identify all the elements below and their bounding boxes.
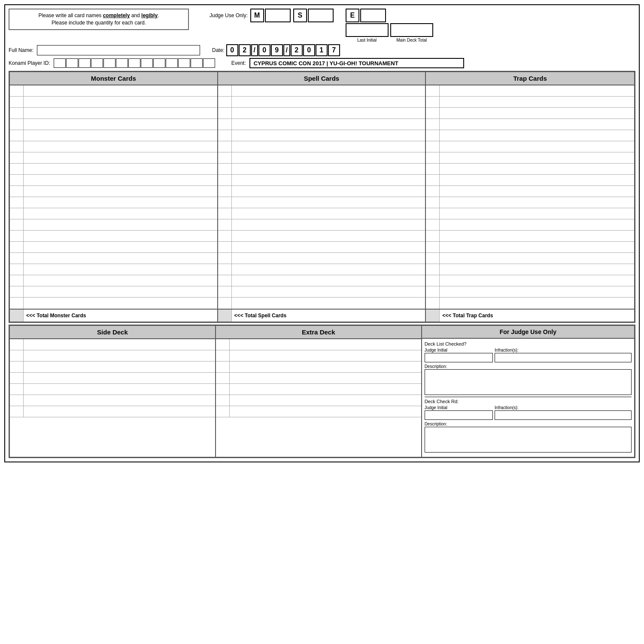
- trap-qty-18[interactable]: [426, 275, 440, 286]
- spell-name-18[interactable]: [232, 275, 425, 286]
- side-name-7[interactable]: [24, 406, 215, 417]
- monster-name-10[interactable]: [24, 186, 217, 197]
- trap-name-9[interactable]: [440, 175, 634, 185]
- monster-name-1[interactable]: [24, 85, 217, 96]
- spell-qty-9[interactable]: [218, 175, 232, 185]
- spell-qty-12[interactable]: [218, 208, 232, 219]
- extra-qty-3[interactable]: [216, 361, 230, 372]
- konami-cell-7[interactable]: [128, 58, 140, 68]
- trap-qty-17[interactable]: [426, 264, 440, 275]
- trap-qty-12[interactable]: [426, 208, 440, 219]
- monster-qty-4[interactable]: [10, 119, 24, 130]
- spell-qty-4[interactable]: [218, 119, 232, 130]
- monster-name-3[interactable]: [24, 108, 217, 118]
- monster-qty-3[interactable]: [10, 108, 24, 118]
- monster-name-20[interactable]: [24, 298, 217, 309]
- spell-name-5[interactable]: [232, 130, 425, 141]
- side-qty-6[interactable]: [10, 395, 24, 406]
- infractions-field-1[interactable]: [495, 353, 632, 362]
- spell-name-10[interactable]: [232, 186, 425, 197]
- monster-qty-20[interactable]: [10, 298, 24, 309]
- spell-qty-15[interactable]: [218, 242, 232, 252]
- trap-name-17[interactable]: [440, 264, 634, 275]
- spell-name-17[interactable]: [232, 264, 425, 275]
- monster-qty-9[interactable]: [10, 175, 24, 185]
- spell-qty-20[interactable]: [218, 298, 232, 309]
- monster-name-6[interactable]: [24, 141, 217, 152]
- spell-name-2[interactable]: [232, 97, 425, 107]
- spell-qty-10[interactable]: [218, 186, 232, 197]
- monster-name-12[interactable]: [24, 208, 217, 219]
- monster-name-8[interactable]: [24, 164, 217, 174]
- total-monster-qty[interactable]: [10, 310, 24, 322]
- monster-qty-19[interactable]: [10, 286, 24, 297]
- extra-name-6[interactable]: [230, 395, 421, 406]
- description-field-2[interactable]: [425, 427, 632, 453]
- trap-qty-13[interactable]: [426, 219, 440, 230]
- monster-name-9[interactable]: [24, 175, 217, 185]
- trap-qty-15[interactable]: [426, 242, 440, 252]
- full-name-input[interactable]: [37, 45, 200, 55]
- monster-qty-13[interactable]: [10, 219, 24, 230]
- spell-qty-6[interactable]: [218, 141, 232, 152]
- trap-qty-6[interactable]: [426, 141, 440, 152]
- trap-name-11[interactable]: [440, 197, 634, 208]
- trap-qty-19[interactable]: [426, 286, 440, 297]
- spell-name-15[interactable]: [232, 242, 425, 252]
- monster-qty-14[interactable]: [10, 231, 24, 241]
- judge-initial-field-1[interactable]: [425, 353, 493, 362]
- trap-name-5[interactable]: [440, 130, 634, 141]
- spell-name-13[interactable]: [232, 219, 425, 230]
- spell-name-14[interactable]: [232, 231, 425, 241]
- trap-name-18[interactable]: [440, 275, 634, 286]
- konami-cell-4[interactable]: [91, 58, 103, 68]
- spell-name-9[interactable]: [232, 175, 425, 185]
- trap-name-1[interactable]: [440, 85, 634, 96]
- konami-cell-5[interactable]: [103, 58, 115, 68]
- extra-qty-2[interactable]: [216, 350, 230, 361]
- extra-name-7[interactable]: [230, 406, 421, 417]
- side-name-5[interactable]: [24, 384, 215, 395]
- judge-s-field[interactable]: [308, 9, 334, 22]
- monster-qty-5[interactable]: [10, 130, 24, 141]
- extra-qty-6[interactable]: [216, 395, 230, 406]
- side-qty-2[interactable]: [10, 350, 24, 361]
- konami-cell-2[interactable]: [66, 58, 78, 68]
- extra-qty-4[interactable]: [216, 373, 230, 383]
- spell-qty-16[interactable]: [218, 253, 232, 264]
- spell-name-3[interactable]: [232, 108, 425, 118]
- spell-qty-3[interactable]: [218, 108, 232, 118]
- side-qty-7[interactable]: [10, 406, 24, 417]
- konami-cell-3[interactable]: [79, 58, 91, 68]
- monster-name-11[interactable]: [24, 197, 217, 208]
- trap-name-15[interactable]: [440, 242, 634, 252]
- konami-cell-10[interactable]: [166, 58, 178, 68]
- side-qty-5[interactable]: [10, 384, 24, 395]
- spell-name-19[interactable]: [232, 286, 425, 297]
- monster-name-18[interactable]: [24, 275, 217, 286]
- konami-cell-6[interactable]: [116, 58, 128, 68]
- konami-cell-8[interactable]: [141, 58, 153, 68]
- trap-qty-20[interactable]: [426, 298, 440, 309]
- monster-qty-11[interactable]: [10, 197, 24, 208]
- konami-cell-13[interactable]: [203, 58, 215, 68]
- spell-name-16[interactable]: [232, 253, 425, 264]
- spell-name-7[interactable]: [232, 152, 425, 163]
- monster-qty-17[interactable]: [10, 264, 24, 275]
- trap-qty-8[interactable]: [426, 164, 440, 174]
- trap-qty-3[interactable]: [426, 108, 440, 118]
- spell-qty-18[interactable]: [218, 275, 232, 286]
- monster-name-5[interactable]: [24, 130, 217, 141]
- spell-qty-13[interactable]: [218, 219, 232, 230]
- side-name-4[interactable]: [24, 373, 215, 383]
- trap-name-14[interactable]: [440, 231, 634, 241]
- trap-qty-10[interactable]: [426, 186, 440, 197]
- judge-m-field[interactable]: [265, 9, 291, 22]
- side-name-6[interactable]: [24, 395, 215, 406]
- monster-name-16[interactable]: [24, 253, 217, 264]
- spell-qty-8[interactable]: [218, 164, 232, 174]
- konami-cell-11[interactable]: [178, 58, 190, 68]
- monster-qty-18[interactable]: [10, 275, 24, 286]
- monster-qty-8[interactable]: [10, 164, 24, 174]
- total-trap-qty[interactable]: [426, 310, 440, 322]
